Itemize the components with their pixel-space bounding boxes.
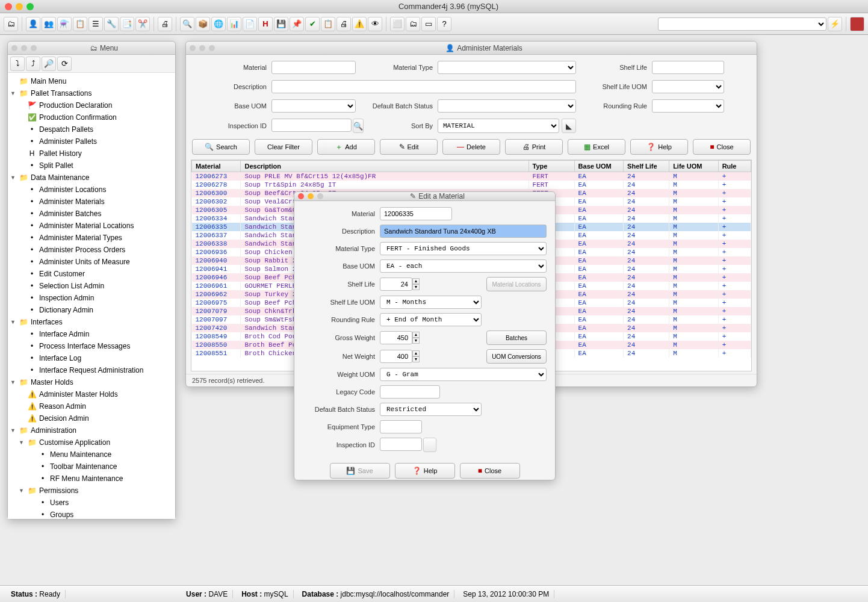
edit-inspection-id-input[interactable]: [380, 438, 422, 451]
help-icon[interactable]: ?: [437, 17, 451, 31]
tree-item[interactable]: •Inspection Admin: [9, 292, 174, 304]
column-header[interactable]: Base UOM: [574, 161, 623, 172]
column-header[interactable]: Rule: [718, 161, 751, 172]
tree-item[interactable]: •Users: [9, 497, 174, 509]
tree-root[interactable]: 📁Main Menu: [9, 75, 174, 87]
toolbar-button[interactable]: 📋: [321, 17, 335, 31]
table-row[interactable]: 12006278Soup Trt&Spin 24x85g ITFERTEA24M…: [192, 181, 751, 189]
default-batch-status-select[interactable]: [438, 99, 576, 113]
toolbar-button[interactable]: H: [258, 17, 273, 31]
tree-item[interactable]: •Split Pallet: [9, 160, 174, 172]
clear-filter-button[interactable]: Clear Filter: [255, 139, 312, 155]
tree-item[interactable]: •Administer Materials: [9, 196, 174, 208]
tree-item[interactable]: •RF Menu Maintenance: [9, 473, 174, 485]
tree-item[interactable]: •Menu Maintenance: [9, 448, 174, 461]
tree-button[interactable]: 🔎: [42, 57, 56, 71]
toolbar-button[interactable]: 🗂: [406, 17, 420, 31]
close-button[interactable]: ■Close: [693, 139, 751, 155]
toolbar-button[interactable]: 📌: [290, 17, 304, 31]
toolbar-button[interactable]: 🖨: [336, 17, 351, 31]
tree-button[interactable]: ⟳: [57, 57, 72, 71]
toolbar-button[interactable]: 👁: [368, 17, 382, 31]
spin-down-icon[interactable]: ▼: [412, 284, 420, 290]
edit-weight-uom-select[interactable]: G - Gram: [380, 368, 547, 381]
rounding-rule-select[interactable]: [652, 99, 724, 113]
toolbar-button[interactable]: ⬜: [390, 17, 405, 31]
toolbar-button[interactable]: ✔: [305, 17, 320, 31]
spin-down-icon[interactable]: ▼: [412, 338, 420, 344]
sort-direction-button[interactable]: ◣: [562, 119, 576, 133]
tree-item[interactable]: 🚩Production Declaration: [9, 99, 174, 111]
toolbar-button[interactable]: ☰: [88, 17, 103, 31]
tree-item[interactable]: ⚠️Administer Master Holds: [9, 388, 174, 400]
tree-item[interactable]: •Interface Admin: [9, 328, 174, 340]
tree-data-maintenance[interactable]: ▼📁Data Maintenance: [9, 172, 174, 184]
save-button[interactable]: 💾Save: [330, 463, 390, 479]
excel-button[interactable]: ▦Excel: [568, 139, 625, 155]
material-type-select[interactable]: [438, 61, 576, 74]
spin-up-icon[interactable]: ▲: [412, 350, 420, 356]
column-header[interactable]: Material: [192, 161, 241, 172]
zoom-window-icon[interactable]: [26, 3, 34, 10]
description-input[interactable]: [271, 80, 576, 93]
tree-item[interactable]: ✅Production Confirmation: [9, 111, 174, 123]
toolbar-button[interactable]: 🖨: [158, 17, 172, 31]
toolbar-button[interactable]: 👤: [26, 17, 40, 31]
help-button[interactable]: ❓Help: [630, 139, 688, 155]
tree-item[interactable]: •Process Interface Messages: [9, 340, 174, 352]
tree-item[interactable]: ⚠️Decision Admin: [9, 412, 174, 424]
column-header[interactable]: Description: [241, 161, 529, 172]
toolbar-button[interactable]: 📋: [73, 17, 87, 31]
toolbar-button[interactable]: 📄: [243, 17, 257, 31]
uom-conversions-button[interactable]: UOM Conversions: [486, 349, 547, 364]
shelf-life-input[interactable]: [652, 61, 724, 74]
spin-up-icon[interactable]: ▲: [412, 332, 420, 338]
column-header[interactable]: Type: [529, 161, 574, 172]
tree-item[interactable]: •Interface Log: [9, 352, 174, 364]
toolbar-button[interactable]: 🌐: [211, 17, 226, 31]
add-button[interactable]: ＋Add: [317, 139, 375, 155]
tree-toggle-icon[interactable]: ▼: [10, 319, 17, 325]
tree-collapse-button[interactable]: ⤴: [26, 57, 40, 71]
toolbar-exit-button[interactable]: [850, 17, 864, 31]
tree-toggle-icon[interactable]: ▼: [10, 175, 17, 181]
search-button[interactable]: 🔍Search: [192, 139, 250, 155]
edit-net-weight-input[interactable]: [380, 350, 412, 363]
print-button[interactable]: 🖨Print: [505, 139, 563, 155]
toolbar-button[interactable]: 👥: [42, 17, 56, 31]
toolbar-button[interactable]: ⚡: [828, 17, 842, 31]
sort-by-select[interactable]: MATERIAL: [438, 119, 559, 133]
tree-administration[interactable]: ▼📁Administration: [9, 424, 174, 436]
tree-toggle-icon[interactable]: ▼: [19, 439, 26, 445]
edit-default-batch-status-select[interactable]: Restricted: [380, 403, 482, 416]
tree-item[interactable]: •Administer Pallets: [9, 135, 174, 147]
edit-button[interactable]: ✎Edit: [380, 139, 438, 155]
edit-base-uom-select[interactable]: EA - each: [380, 259, 547, 273]
edit-rounding-rule-select[interactable]: + End of Month: [380, 313, 482, 326]
tree-item[interactable]: •Selection List Admin: [9, 280, 174, 292]
tree-item[interactable]: •Administer Process Orders: [9, 244, 174, 256]
toolbar-button[interactable]: 💾: [274, 17, 288, 31]
tree-item[interactable]: ▼📁Permissions: [9, 485, 174, 497]
toolbar-button[interactable]: ✂️: [135, 17, 150, 31]
edit-gross-weight-input[interactable]: [380, 331, 412, 344]
toolbar-button[interactable]: 📑: [120, 17, 134, 31]
tree-item[interactable]: •Administer Batches: [9, 208, 174, 220]
tree-item[interactable]: •Administer Material Types: [9, 232, 174, 244]
tree-toggle-icon[interactable]: ▼: [10, 90, 17, 96]
edit-material-type-select[interactable]: FERT - Finished Goods: [380, 242, 547, 255]
tree-item[interactable]: •Administer Units of Measure: [9, 256, 174, 268]
inspection-id-input[interactable]: [271, 119, 352, 132]
base-uom-select[interactable]: [271, 99, 356, 113]
shelf-life-uom-select[interactable]: [652, 80, 724, 93]
toolbar-button[interactable]: ▭: [421, 17, 436, 31]
toolbar-button[interactable]: 🔧: [104, 17, 119, 31]
tree-toggle-icon[interactable]: ▼: [19, 488, 26, 494]
edit-shelf-life-input[interactable]: [380, 278, 412, 291]
inspection-lookup-button[interactable]: [423, 438, 436, 452]
spin-up-icon[interactable]: ▲: [412, 278, 420, 284]
toolbar-combo[interactable]: [658, 17, 826, 31]
minimize-window-icon[interactable]: [16, 3, 23, 10]
material-input[interactable]: [271, 61, 356, 74]
batches-button[interactable]: Batches: [486, 330, 547, 345]
